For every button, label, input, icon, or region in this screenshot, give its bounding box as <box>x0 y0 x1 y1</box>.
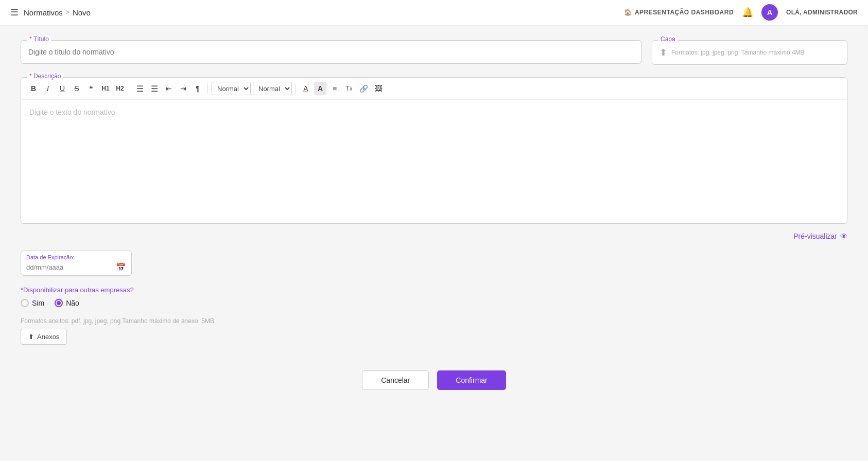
font-color-button[interactable]: A <box>300 82 312 95</box>
radio-nao-dot <box>57 301 61 305</box>
descricao-label: * Descrição <box>27 73 63 80</box>
strikethrough-button[interactable]: S <box>71 82 83 95</box>
preview-row: Pré-visualizar 👁 <box>21 232 847 240</box>
radio-sim-label: Sim <box>32 299 44 307</box>
clear-format-button[interactable]: Tx <box>343 82 355 95</box>
titulo-label: * Título <box>27 36 51 43</box>
cancel-button[interactable]: Cancelar <box>362 370 429 390</box>
dashboard-label: APRESENTAÇÃO DASHBOARD <box>635 9 734 16</box>
align-button[interactable]: ≡ <box>328 82 341 95</box>
hamburger-menu-icon[interactable]: ☰ <box>10 7 19 18</box>
radio-options: Sim Não <box>21 299 847 307</box>
h1-button[interactable]: H1 <box>99 82 112 95</box>
toolbar-separator-2 <box>207 83 208 94</box>
editor-toolbar: B I U S ❝ H1 H2 ☰ ☰ ⇤ ⇥ ¶ Normal Normal … <box>21 78 847 100</box>
capa-box: Capa ⬆ Formatos: jpg, jpeg, png. Tamanho… <box>652 40 847 65</box>
indent-left-button[interactable]: ⇤ <box>163 82 175 95</box>
font-highlight-button[interactable]: A <box>314 82 326 95</box>
home-icon: 🏠 <box>624 9 632 16</box>
expiry-date-field: Data de Expiração: 📅 <box>21 251 132 276</box>
notification-bell-icon[interactable]: 🔔 <box>742 7 753 18</box>
titulo-required-star: * <box>29 36 32 43</box>
underline-button[interactable]: U <box>56 82 68 95</box>
font-family-select[interactable]: Normal <box>253 82 292 95</box>
paragraph-button[interactable]: ¶ <box>192 82 204 95</box>
breadcrumb-current: Novo <box>73 8 91 17</box>
radio-nao-label: Não <box>66 299 79 307</box>
attach-btn-label: Anexos <box>37 333 59 341</box>
eye-icon: 👁 <box>840 232 847 240</box>
header-right: 🏠 APRESENTAÇÃO DASHBOARD 🔔 A OLÁ, ADMINI… <box>624 4 858 21</box>
titulo-field: * Título <box>21 40 641 65</box>
breadcrumb: Normativos > Novo <box>24 8 91 17</box>
breadcrumb-separator-icon: > <box>66 9 70 16</box>
titulo-box: * Título <box>21 40 641 64</box>
bold-button[interactable]: B <box>27 82 40 95</box>
upload-attach-icon: ⬆ <box>28 333 34 341</box>
attach-hint: Formatos aceitos: pdf, jpg, jpeg, png Ta… <box>21 317 847 325</box>
calendar-icon[interactable]: 📅 <box>116 262 126 272</box>
h2-button[interactable]: H2 <box>114 82 126 95</box>
italic-button[interactable]: I <box>42 82 54 95</box>
user-greeting: OLÁ, ADMINISTRADOR <box>786 9 858 16</box>
editor-placeholder: Digite o texto do normativo <box>29 108 115 116</box>
titulo-capa-row: * Título Capa ⬆ Formatos: jpg, jpeg, png… <box>21 40 847 65</box>
preview-label: Pré-visualizar <box>793 232 837 240</box>
indent-right-button[interactable]: ⇥ <box>177 82 189 95</box>
date-input-row: 📅 <box>26 262 126 272</box>
radio-nao-circle <box>55 299 63 307</box>
link-button[interactable]: 🔗 <box>357 82 370 95</box>
image-button[interactable]: 🖼 <box>372 82 385 95</box>
radio-nao[interactable]: Não <box>55 299 79 307</box>
dashboard-nav-link[interactable]: 🏠 APRESENTAÇÃO DASHBOARD <box>624 9 734 16</box>
confirm-button[interactable]: Confirmar <box>437 370 506 390</box>
radio-sim[interactable]: Sim <box>21 299 44 307</box>
capa-label: Capa <box>658 36 678 43</box>
main-content: * Título Capa ⬆ Formatos: jpg, jpeg, png… <box>0 25 868 421</box>
upload-icon: ⬆ <box>659 47 667 58</box>
attach-button[interactable]: ⬆ Anexos <box>21 329 67 345</box>
descricao-field: * Descrição B I U S ❝ H1 H2 ☰ ☰ ⇤ ⇥ ¶ No… <box>21 77 847 224</box>
breadcrumb-parent[interactable]: Normativos <box>24 8 63 17</box>
header: ☰ Normativos > Novo 🏠 APRESENTAÇÃO DASHB… <box>0 0 868 25</box>
avatar: A <box>761 4 778 21</box>
action-row: Cancelar Confirmar <box>21 370 847 390</box>
ordered-list-button[interactable]: ☰ <box>134 82 146 95</box>
expiry-label: Data de Expiração: <box>26 254 126 260</box>
titulo-input[interactable] <box>28 46 634 58</box>
blockquote-button[interactable]: ❝ <box>85 82 97 95</box>
radio-sim-circle <box>21 299 29 307</box>
toolbar-separator-3 <box>296 83 296 94</box>
unordered-list-button[interactable]: ☰ <box>148 82 161 95</box>
descricao-required-star: * <box>29 73 32 80</box>
expiry-date-input[interactable] <box>26 263 113 271</box>
capa-field: Capa ⬆ Formatos: jpg, jpeg, png. Tamanho… <box>652 40 847 65</box>
font-size-select[interactable]: Normal <box>212 82 251 95</box>
editor-content[interactable]: Digite o texto do normativo <box>21 100 847 223</box>
preview-link[interactable]: Pré-visualizar 👁 <box>793 232 847 240</box>
disponibilizar-label: *Disponibilizar para outras empresas? <box>21 286 847 294</box>
toolbar-separator-1 <box>130 83 130 94</box>
capa-hint: Formatos: jpg, jpeg, png. Tamanho máximo… <box>671 49 805 56</box>
header-left: ☰ Normativos > Novo <box>10 7 624 18</box>
